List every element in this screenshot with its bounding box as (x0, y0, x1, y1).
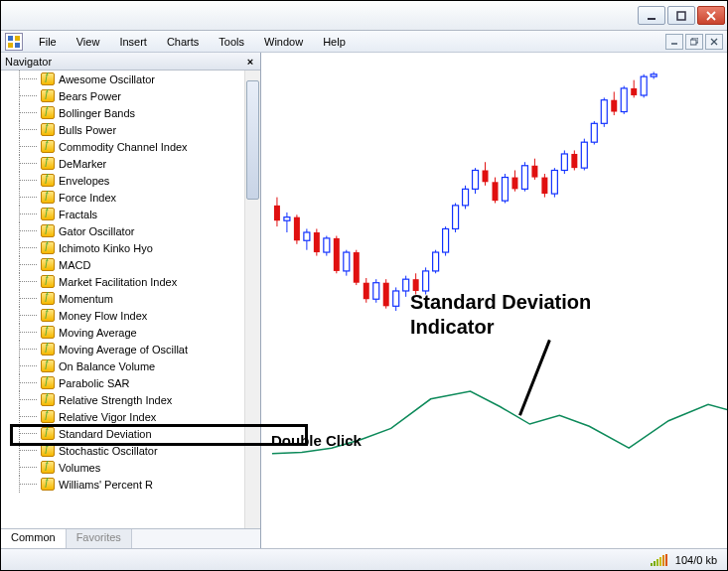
svg-rect-14 (274, 206, 280, 220)
indicator-icon (41, 174, 55, 187)
tab-favorites[interactable]: Favorites (67, 529, 132, 548)
chart-area[interactable]: Standard Deviation Indicator Double Clic… (261, 53, 727, 548)
indicator-icon (41, 208, 55, 220)
indicator-item[interactable]: Fractals (1, 206, 244, 222)
indicator-item[interactable]: MACD (1, 256, 244, 273)
indicator-tree[interactable]: Awesome OscillatorBears PowerBollinger B… (1, 71, 244, 528)
indicator-label: Relative Vigor Index (59, 411, 156, 423)
indicator-item[interactable]: Market Facilitation Index (1, 273, 244, 290)
scrollbar-thumb[interactable] (246, 80, 259, 200)
svg-rect-84 (621, 88, 627, 112)
svg-rect-66 (531, 166, 537, 178)
svg-rect-56 (483, 170, 489, 182)
workspace: Navigator × Awesome OscillatorBears Powe… (1, 53, 727, 548)
svg-rect-38 (393, 291, 399, 306)
svg-rect-70 (551, 170, 557, 194)
svg-rect-40 (403, 279, 409, 291)
indicator-item[interactable]: Moving Average of Oscillat (1, 341, 244, 357)
svg-rect-86 (631, 88, 637, 95)
indicator-item[interactable]: Gator Oscillator (1, 222, 244, 239)
indicator-label: Bears Power (59, 90, 121, 102)
indicator-item[interactable]: Williams' Percent R (1, 476, 244, 493)
indicator-item[interactable]: Bulls Power (1, 121, 244, 138)
menu-insert[interactable]: Insert (109, 33, 157, 51)
navigator-panel: Navigator × Awesome OscillatorBears Powe… (1, 53, 261, 548)
svg-rect-24 (324, 238, 330, 252)
indicator-icon (41, 292, 55, 305)
indicator-icon (41, 326, 55, 339)
svg-rect-1 (677, 12, 685, 20)
window-maximize-button[interactable] (667, 6, 695, 25)
status-text: 104/0 kb (675, 554, 717, 566)
indicator-icon (41, 224, 55, 237)
indicator-item[interactable]: On Balance Volume (1, 357, 244, 374)
svg-rect-26 (334, 238, 340, 271)
window-close-button[interactable] (697, 6, 725, 25)
indicator-icon (41, 461, 55, 474)
indicator-label: Commodity Channel Index (59, 141, 188, 153)
indicator-item[interactable]: Money Flow Index (1, 307, 244, 324)
indicator-item[interactable]: Commodity Channel Index (1, 138, 244, 155)
menu-view[interactable]: View (67, 33, 110, 51)
indicator-label: Gator Oscillator (59, 225, 134, 237)
indicator-item[interactable]: Relative Strength Index (1, 391, 244, 408)
app-icon (5, 33, 23, 51)
indicator-item[interactable]: Force Index (1, 189, 244, 206)
mdi-close-button[interactable] (705, 34, 723, 50)
svg-rect-54 (473, 170, 479, 189)
window-minimize-button[interactable] (638, 6, 665, 25)
svg-rect-74 (571, 154, 577, 168)
indicator-item[interactable]: Envelopes (1, 172, 244, 189)
menu-tools[interactable]: Tools (209, 33, 254, 51)
menubar: FileViewInsertChartsToolsWindowHelp (1, 31, 727, 53)
indicator-icon (41, 359, 55, 372)
navigator-close-icon[interactable]: × (244, 56, 256, 68)
svg-rect-82 (611, 100, 617, 112)
mdi-minimize-button[interactable] (665, 34, 683, 50)
indicator-icon (41, 89, 55, 102)
tree-scrollbar[interactable] (244, 71, 260, 528)
menu-help[interactable]: Help (313, 33, 356, 51)
indicator-item[interactable]: Standard Deviation (1, 425, 244, 442)
svg-rect-18 (294, 217, 300, 241)
indicator-icon (41, 191, 55, 204)
indicator-label: On Balance Volume (59, 360, 155, 372)
indicator-item[interactable]: Bears Power (1, 87, 244, 104)
indicator-item[interactable]: Relative Vigor Index (1, 408, 244, 425)
svg-rect-72 (561, 154, 567, 171)
tab-common[interactable]: Common (1, 529, 67, 548)
indicator-item[interactable]: Parabolic SAR (1, 374, 244, 391)
indicator-icon (41, 410, 55, 423)
svg-rect-88 (641, 76, 647, 95)
menu-charts[interactable]: Charts (157, 33, 209, 51)
indicator-label: Force Index (59, 192, 116, 204)
svg-rect-78 (591, 123, 597, 142)
mdi-controls (663, 34, 727, 50)
indicator-item[interactable]: Ichimoto Kinko Hyo (1, 239, 244, 256)
indicator-label: Relative Strength Index (59, 394, 172, 406)
svg-rect-4 (8, 36, 13, 41)
indicator-item[interactable]: Stochastic Oscillator (1, 442, 244, 459)
indicator-item[interactable]: DeMarker (1, 155, 244, 172)
indicator-label: Money Flow Index (59, 310, 147, 322)
svg-rect-68 (541, 178, 547, 195)
statusbar: 104/0 kb (1, 548, 727, 570)
indicator-icon (41, 444, 55, 457)
svg-rect-64 (521, 166, 527, 190)
svg-rect-90 (651, 74, 656, 76)
window-titlebar (1, 1, 727, 31)
indicator-item[interactable]: Bollinger Bands (1, 104, 244, 121)
indicator-item[interactable]: Volumes (1, 459, 244, 476)
svg-rect-44 (423, 271, 429, 291)
menu-file[interactable]: File (29, 33, 67, 51)
indicator-item[interactable]: Momentum (1, 290, 244, 307)
indicator-item[interactable]: Awesome Oscillator (1, 71, 244, 87)
indicator-label: Standard Deviation (59, 428, 152, 440)
indicator-label: DeMarker (59, 158, 106, 170)
indicator-item[interactable]: Moving Average (1, 324, 244, 341)
navigator-titlebar: Navigator × (1, 53, 260, 71)
mdi-restore-button[interactable] (685, 34, 703, 50)
menu-window[interactable]: Window (254, 33, 313, 51)
indicator-label: Moving Average (59, 327, 137, 339)
indicator-icon (41, 343, 55, 356)
